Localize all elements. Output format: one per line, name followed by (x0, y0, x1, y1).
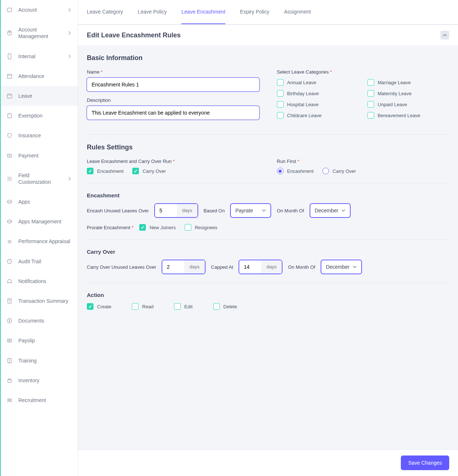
checkbox-hospital-leave[interactable]: Hospital Leave (277, 101, 359, 108)
svg-rect-25 (7, 339, 12, 342)
sidebar-item-notifications[interactable]: Notifications (1, 271, 78, 291)
enc-based-label: Based On (204, 208, 225, 213)
days-unit: days (261, 260, 281, 274)
tab-leave-encashment[interactable]: Leave Encashment (181, 0, 225, 24)
checkbox-unpaid-leave[interactable]: Unpaid Leave (367, 101, 449, 108)
select-value: Payrate (235, 208, 253, 213)
checkbox-maternity-leave[interactable]: Maternity Leave (367, 90, 449, 97)
menu-item-icon (7, 397, 12, 403)
period-options: EncashmentCarry Over (87, 168, 259, 174)
footer: Save Changes (78, 449, 458, 476)
sidebar-item-label: Apps Management (18, 218, 72, 225)
option-label: Annual Leave (287, 80, 317, 85)
checkbox-bereavement-leave[interactable]: Bereavement Leave (367, 112, 449, 119)
menu-item-icon (7, 7, 12, 13)
checkbox-new-joiners[interactable]: New Joiners (139, 224, 176, 231)
option-label: Bereavement Leave (378, 113, 420, 118)
sidebar-item-internal[interactable]: Internal (1, 47, 78, 66)
action-options: CreateReadEditDelete (87, 303, 449, 310)
checkbox-birthday-leave[interactable]: Birthday Leave (277, 90, 359, 97)
sidebar-item-performance-appraisal[interactable]: Performance Appraisal (1, 231, 78, 251)
action-title: Action (87, 292, 449, 298)
checkbox-marriage-leave[interactable]: Marriage Leave (367, 79, 449, 86)
divider (87, 183, 449, 183)
sidebar-item-label: Account (18, 7, 62, 13)
svg-rect-4 (7, 74, 12, 78)
save-button[interactable]: Save Changes (401, 455, 449, 470)
checkbox-annual-leave[interactable]: Annual Leave (277, 79, 359, 86)
name-input[interactable] (87, 78, 259, 92)
sidebar-item-recruitment[interactable]: Recruitment (1, 390, 78, 410)
enc-based-select[interactable]: Payrate (230, 204, 271, 217)
menu-item-icon (7, 358, 12, 364)
sidebar-item-label: Account Management (18, 26, 62, 40)
svg-point-2 (9, 31, 10, 33)
checkbox-read[interactable]: Read (132, 303, 154, 310)
checkbox-create[interactable]: Create (87, 303, 111, 310)
svg-rect-6 (7, 94, 12, 98)
sidebar-item-field-customization[interactable]: Field Customization (1, 166, 78, 192)
co-input-group: days (162, 260, 205, 274)
sidebar: AccountAccount ManagementInternalAttenda… (0, 0, 78, 476)
checkbox-childcare-leave[interactable]: Childcare Leave (277, 112, 359, 119)
sidebar-item-exemption[interactable]: Exemption (1, 106, 78, 126)
name-label: Name (87, 69, 259, 75)
checkbox-icon (367, 101, 374, 108)
svg-rect-10 (7, 154, 12, 157)
encashment-title: Encashment (87, 192, 449, 198)
option-label: Unpaid Leave (378, 102, 407, 107)
sidebar-item-label: Insurance (18, 132, 72, 139)
option-label: Hospital Leave (287, 102, 319, 107)
collapse-button[interactable] (440, 31, 449, 40)
menu-item-icon (7, 338, 12, 343)
co-month-select[interactable]: December (321, 260, 362, 274)
menu-item-icon (7, 318, 12, 324)
sidebar-item-insurance[interactable]: Insurance (1, 126, 78, 145)
sidebar-item-audit-trail[interactable]: Audit Trail (1, 252, 78, 271)
sidebar-item-label: Apps (18, 198, 72, 205)
checkbox-delete[interactable]: Delete (213, 303, 237, 310)
menu-item-icon (7, 113, 12, 119)
enc-month-label: On Month Of (277, 208, 304, 213)
sidebar-item-leave[interactable]: Leave (1, 86, 78, 106)
sidebar-item-label: Documents (18, 317, 72, 324)
tab-leave-policy[interactable]: Leave Policy (138, 0, 167, 24)
description-input[interactable] (87, 106, 259, 120)
sidebar-item-inventory[interactable]: Inventory (1, 371, 78, 390)
checkbox-icon (277, 90, 284, 97)
sidebar-item-documents[interactable]: Documents (1, 311, 78, 331)
sidebar-item-attendance[interactable]: Attendance (1, 66, 78, 86)
checkbox-icon (87, 303, 93, 310)
tabs: Leave CategoryLeave PolicyLeave Encashme… (78, 0, 458, 25)
sidebar-item-label: Exemption (18, 112, 72, 119)
tab-expiry-policy[interactable]: Expiry Policy (240, 0, 269, 24)
co-days-input[interactable] (162, 260, 184, 274)
sidebar-item-apps-management[interactable]: Apps Management (1, 212, 78, 231)
sidebar-item-training[interactable]: Training (1, 351, 78, 371)
radio-encashment[interactable]: Encashment (277, 168, 314, 174)
sidebar-item-transaction-summary[interactable]: Transaction Summary (1, 291, 78, 311)
option-label: Edit (184, 304, 192, 309)
chevron-down-icon (262, 208, 266, 213)
checkbox-encashment[interactable]: Encashment (87, 168, 123, 174)
sidebar-item-account-management[interactable]: Account Management (1, 20, 78, 46)
radio-carry-over[interactable]: Carry Over (322, 168, 356, 174)
period-label: Leave Encashment and Carry Over Run (87, 159, 259, 164)
enc-month-select[interactable]: December (310, 204, 351, 217)
tab-leave-category[interactable]: Leave Category (87, 0, 123, 24)
tab-assignment[interactable]: Assignment (284, 0, 311, 24)
option-label: Encashment (287, 168, 314, 174)
cap-days-input[interactable] (239, 260, 261, 274)
sidebar-item-apps[interactable]: Apps (1, 192, 78, 212)
sidebar-item-payment[interactable]: Payment (1, 146, 78, 166)
checkbox-resignees[interactable]: Resignees (185, 224, 217, 231)
enc-max-input[interactable] (155, 204, 177, 217)
menu-item-icon (7, 298, 12, 304)
checkbox-icon (139, 224, 146, 231)
checkbox-carry-over[interactable]: Carry Over (132, 168, 166, 174)
sidebar-item-payslip[interactable]: Payslip (1, 331, 78, 350)
sidebar-item-account[interactable]: Account (1, 0, 78, 20)
svg-rect-29 (8, 380, 11, 382)
checkbox-edit[interactable]: Edit (174, 303, 192, 310)
cap-input-group: days (239, 260, 282, 274)
